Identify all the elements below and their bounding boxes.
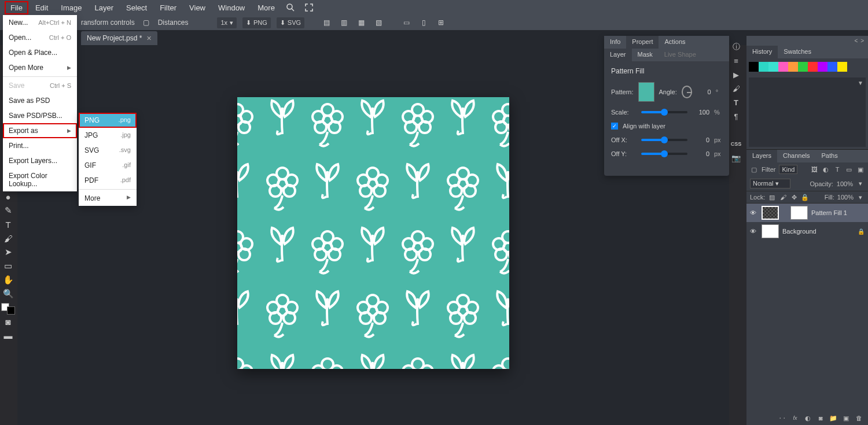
subtab-layer[interactable]: Layer: [604, 49, 632, 61]
chevron-down-icon[interactable]: ▾: [856, 193, 865, 201]
distribute-v-icon[interactable]: ▯: [418, 17, 429, 28]
tab-layers[interactable]: Layers: [746, 150, 777, 162]
export-png[interactable]: PNG.png: [79, 113, 137, 128]
brush-tool-icon[interactable]: 🖌: [0, 231, 16, 245]
collapse-icon[interactable]: < >: [855, 38, 865, 44]
swatch-color[interactable]: [827, 62, 837, 72]
align-right-icon[interactable]: ▦: [355, 17, 367, 28]
export-pdf[interactable]: PDF.pdf: [79, 173, 137, 188]
info-icon[interactable]: ⓘ: [731, 42, 741, 52]
menu-window[interactable]: Window: [212, 1, 251, 14]
chevron-down-icon[interactable]: ▼: [858, 80, 863, 86]
swatch-color[interactable]: [759, 62, 768, 72]
swatch-color[interactable]: [788, 62, 798, 72]
new-layer-icon[interactable]: ▣: [841, 413, 851, 423]
tab-info[interactable]: Info: [604, 36, 626, 49]
swatch-color[interactable]: [837, 62, 847, 72]
file-export-as[interactable]: Export as▶: [3, 123, 77, 138]
subtab-mask[interactable]: Mask: [632, 49, 659, 61]
lock-brush-icon[interactable]: 🖌: [779, 193, 787, 201]
layer-mask-thumb[interactable]: [790, 206, 808, 220]
tab-properties[interactable]: Propert: [626, 36, 659, 49]
menu-select[interactable]: Select: [120, 1, 153, 14]
distribute-h-icon[interactable]: ▭: [400, 17, 412, 28]
layer-thumb[interactable]: [762, 224, 779, 238]
opacity-value[interactable]: 100%: [837, 180, 853, 187]
pattern-swatch[interactable]: [638, 82, 654, 102]
angle-dial[interactable]: [682, 86, 693, 98]
delete-icon[interactable]: 🗑: [854, 413, 863, 423]
scale-value[interactable]: 100: [692, 109, 709, 116]
zoom-tool-icon[interactable]: 🔍: [0, 287, 16, 301]
layer-thumb[interactable]: [762, 206, 779, 220]
layer-name[interactable]: Pattern Fill 1: [811, 209, 847, 216]
character-icon[interactable]: T: [731, 97, 741, 108]
file-open-place[interactable]: Open & Place...: [3, 45, 77, 60]
rectangle-tool-icon[interactable]: ▭: [0, 259, 16, 273]
lock-all-icon[interactable]: 🔒: [801, 193, 809, 201]
filter-image-icon[interactable]: 🖼: [810, 165, 818, 173]
fullscreen-icon[interactable]: [303, 1, 315, 14]
pen-tool-icon[interactable]: ✎: [0, 204, 16, 217]
offy-value[interactable]: 0: [692, 150, 709, 157]
file-save-psd[interactable]: Save as PSD: [3, 93, 77, 108]
color-swatch[interactable]: [0, 303, 16, 315]
file-open[interactable]: Open...Ctrl + O: [3, 30, 77, 45]
swatch-color[interactable]: [768, 62, 778, 72]
menu-view[interactable]: View: [183, 1, 211, 14]
blur-tool-icon[interactable]: ●: [0, 190, 16, 204]
export-jpg[interactable]: JPG.jpg: [79, 128, 137, 143]
layer-pattern-fill[interactable]: 👁 Pattern Fill 1: [746, 204, 868, 222]
fill-value[interactable]: 100%: [837, 194, 854, 201]
file-save-psd-psb[interactable]: Save PSD/PSB...: [3, 108, 77, 123]
file-new[interactable]: New...Alt+Ctrl + N: [3, 15, 77, 30]
file-export-layers[interactable]: Export Layers...: [3, 153, 77, 168]
distances-checkbox[interactable]: ▢: [141, 17, 152, 28]
swatch-color[interactable]: [808, 62, 818, 72]
menu-layer[interactable]: Layer: [89, 1, 120, 14]
tab-swatches[interactable]: Swatches: [778, 46, 817, 58]
export-svg[interactable]: SVG.svg: [79, 143, 137, 158]
folder-icon[interactable]: 📁: [829, 413, 838, 423]
adjustment-icon[interactable]: ◐: [803, 413, 812, 423]
offx-slider[interactable]: [641, 139, 687, 141]
export-gif[interactable]: GIF.gif: [79, 158, 137, 173]
search-icon[interactable]: [284, 1, 297, 14]
file-open-more[interactable]: Open More▶: [3, 60, 77, 75]
chevron-down-icon[interactable]: ▾: [856, 180, 865, 188]
align-center-icon[interactable]: ▥: [338, 17, 350, 28]
paragraph-icon[interactable]: ¶: [731, 111, 741, 121]
layer-background[interactable]: 👁 Background 🔒: [746, 222, 868, 241]
menu-edit[interactable]: Edit: [30, 1, 54, 14]
file-print[interactable]: Print...: [3, 138, 77, 153]
link-layers-icon[interactable]: ⬝⬝: [778, 413, 787, 423]
menu-filter[interactable]: Filter: [154, 1, 182, 14]
export-png-button[interactable]: ⬇ PNG: [242, 17, 271, 28]
angle-value[interactable]: 0: [697, 88, 711, 95]
tab-actions[interactable]: Actions: [659, 36, 691, 49]
css-icon[interactable]: CSS: [731, 139, 741, 149]
export-more[interactable]: More▶: [79, 191, 137, 206]
lock-position-icon[interactable]: ✥: [790, 193, 798, 201]
close-tab-icon[interactable]: ✕: [146, 35, 152, 42]
tab-history[interactable]: History: [746, 46, 778, 58]
mask-icon[interactable]: ◙: [816, 413, 825, 423]
tab-paths[interactable]: Paths: [816, 150, 844, 162]
blend-mode-select[interactable]: Normal ▾: [750, 179, 790, 189]
swatch-color[interactable]: [749, 62, 759, 72]
history-list[interactable]: ▼: [749, 77, 866, 147]
properties-icon[interactable]: ≡: [731, 56, 741, 66]
swatch-color[interactable]: [778, 62, 788, 72]
align-more-icon[interactable]: ▧: [373, 17, 384, 28]
filter-shape-icon[interactable]: ▭: [845, 165, 853, 173]
export-svg-button[interactable]: ⬇ SVG: [277, 17, 304, 28]
menu-more[interactable]: More: [252, 1, 281, 14]
lock-pixels-icon[interactable]: ▨: [768, 193, 776, 201]
menu-file[interactable]: File: [5, 1, 28, 14]
visibility-icon[interactable]: 👁: [750, 228, 758, 235]
visibility-icon[interactable]: 👁: [750, 209, 758, 216]
type-tool-icon[interactable]: T: [0, 217, 16, 231]
swatch-color[interactable]: [818, 62, 827, 72]
brush-panel-icon[interactable]: 🖌: [731, 83, 741, 94]
file-export-color-lookup[interactable]: Export Color Lookup...: [3, 168, 77, 191]
